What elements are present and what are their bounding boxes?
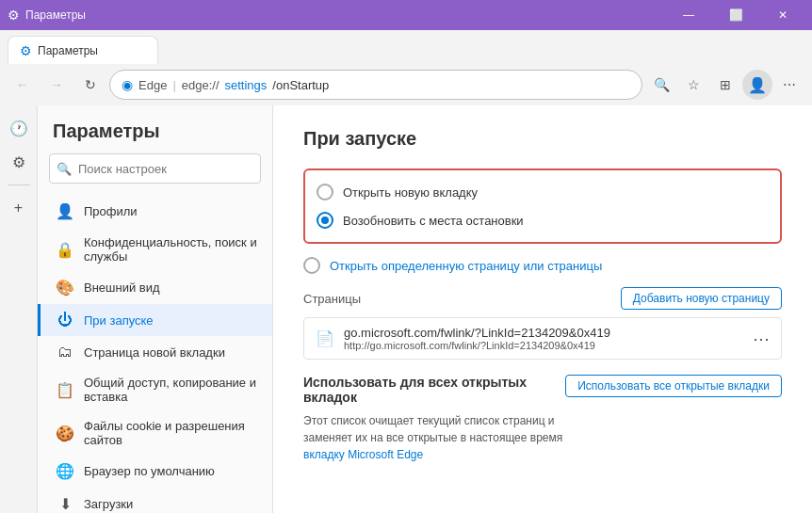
sidebar-strip: 🕐 ⚙ + (0, 105, 38, 513)
address-bar: ← → ↻ ◉ Edge | edge://settings/onStartup… (0, 64, 812, 105)
use-tabs-desc-line2: заменяет их на все открытые в настоящее … (303, 431, 562, 444)
pages-label: Страницы (303, 292, 361, 306)
default-browser-icon: 🌐 (56, 462, 74, 480)
appearance-icon: 🎨 (56, 279, 74, 297)
forward-button[interactable]: → (41, 70, 72, 100)
titlebar-controls: — ⬜ ✕ (667, 0, 804, 30)
sidebar-item-label: При запуске (84, 313, 154, 328)
address-field[interactable]: ◉ Edge | edge://settings/onStartup (109, 70, 642, 100)
sidebar-item-profiles[interactable]: 👤 Профили (38, 195, 272, 228)
sidebar-item-startup[interactable]: ⏻ При запуске (38, 304, 272, 336)
protocol-text: edge:// (182, 78, 219, 92)
history-strip-button[interactable]: 🕐 (4, 113, 34, 143)
radio-option-specific-page[interactable]: Открыть определенную страницу или страни… (303, 251, 782, 280)
titlebar-icon: ⚙ (8, 8, 20, 23)
radio-label-new-tab: Открыть новую вкладку (343, 185, 478, 200)
left-panel: 🕐 ⚙ + Параметры 🔍 👤 Профили 🔒 Конфиденци… (0, 105, 273, 513)
page-name: go.microsoft.com/fwlink/?LinkId=2134209&… (344, 326, 743, 340)
use-tabs-desc-link[interactable]: вкладку Microsoft Edge (303, 448, 423, 461)
search-input[interactable] (49, 153, 261, 184)
startup-icon: ⏻ (56, 312, 74, 329)
settings-sidebar: Параметры 🔍 👤 Профили 🔒 Конфиденциальнос… (38, 105, 273, 513)
sidebar-item-downloads[interactable]: ⬇ Загрузки (38, 488, 272, 513)
radio-group-boxed: Открыть новую вкладку Возобновить с мест… (303, 168, 782, 244)
page-item: 📄 go.microsoft.com/fwlink/?LinkId=213420… (303, 317, 782, 360)
sidebar-item-label: Браузер по умолчанию (84, 464, 215, 478)
search-button[interactable]: 🔍 (646, 70, 676, 100)
search-icon: 🔍 (57, 162, 72, 176)
radio-option-resume[interactable]: Возобновить с места остановки (317, 206, 769, 234)
sidebar-item-label: Конфиденциальность, поиск и службы (84, 235, 257, 264)
path-suffix: /onStartup (272, 78, 329, 92)
titlebar-title: Параметры (25, 8, 86, 22)
profiles-icon: 👤 (56, 202, 74, 220)
cookies-icon: 🍪 (56, 425, 74, 442)
sidebar-item-label: Файлы cookie и разрешения сайтов (84, 419, 257, 447)
sidebar-item-new-tab[interactable]: 🗂 Страница новой вкладки (38, 336, 272, 368)
settings-strip-button[interactable]: ⚙ (4, 147, 34, 177)
sidebar-item-privacy[interactable]: 🔒 Конфиденциальность, поиск и службы (38, 228, 272, 271)
share-icon: 📋 (56, 381, 74, 399)
downloads-icon: ⬇ (56, 495, 74, 513)
privacy-icon: 🔒 (56, 241, 74, 259)
minimize-button[interactable]: — (667, 0, 710, 30)
section-title: При запуске (303, 128, 782, 150)
back-button[interactable]: ← (8, 70, 38, 100)
use-tabs-section: Использовать для всех открытых вкладок И… (303, 375, 782, 463)
radio-btn-new-tab[interactable] (317, 184, 333, 200)
sidebar-item-label: Страница новой вкладки (84, 345, 225, 360)
add-page-button[interactable]: Добавить новую страницу (621, 287, 782, 310)
content-area: 🕐 ⚙ + Параметры 🔍 👤 Профили 🔒 Конфиденци… (0, 105, 812, 513)
pages-section: Страницы Добавить новую страницу 📄 go.mi… (303, 287, 782, 360)
radio-btn-specific-page[interactable] (303, 257, 320, 274)
address-divider: | (172, 78, 175, 92)
page-url: http://go.microsoft.com/fwlink/?LinkId=2… (344, 340, 743, 351)
more-options-button[interactable]: ⋯ (774, 70, 804, 100)
settings-tab[interactable]: ⚙ Параметры (8, 36, 158, 64)
add-strip-button[interactable]: + (4, 193, 34, 223)
sidebar-item-share[interactable]: 📋 Общий доступ, копирование и вставка (38, 368, 272, 411)
tab-icon: ⚙ (20, 43, 32, 58)
favorites-star-button[interactable]: ☆ (678, 70, 708, 100)
radio-label-specific-page: Открыть определенную страницу или страни… (330, 259, 602, 273)
use-tabs-description: Этот список очищает текущий список стран… (303, 412, 782, 463)
use-tabs-desc-line1: Этот список очищает текущий список стран… (303, 414, 555, 427)
radio-label-resume: Возобновить с места остановки (343, 214, 524, 228)
browser-logo-icon: ◉ (122, 77, 133, 92)
sidebar-item-label: Профили (84, 204, 138, 218)
tab-label: Параметры (38, 44, 98, 57)
sidebar-item-label: Общий доступ, копирование и вставка (84, 376, 257, 404)
use-tabs-title: Использовать для всех открытых вкладок (303, 375, 550, 405)
profile-button[interactable]: 👤 (742, 70, 772, 100)
page-more-button[interactable]: ⋯ (753, 329, 770, 349)
settings-sidebar-title: Параметры (38, 120, 272, 153)
collections-button[interactable]: ⊞ (710, 70, 740, 100)
pages-header: Страницы Добавить новую страницу (303, 287, 782, 310)
radio-btn-resume[interactable] (317, 212, 333, 229)
use-tabs-button[interactable]: Использовать все открытые вкладки (565, 375, 782, 397)
toolbar-icons: 🔍 ☆ ⊞ 👤 ⋯ (646, 70, 804, 100)
titlebar: ⚙ Параметры — ⬜ ✕ (0, 0, 812, 30)
page-info: go.microsoft.com/fwlink/?LinkId=2134209&… (344, 326, 743, 351)
search-box: 🔍 (49, 153, 261, 184)
use-tabs-header: Использовать для всех открытых вкладок И… (303, 375, 782, 405)
page-file-icon: 📄 (316, 329, 334, 347)
close-button[interactable]: ✕ (761, 0, 804, 30)
sidebar-item-appearance[interactable]: 🎨 Внешний вид (38, 271, 272, 304)
titlebar-left: ⚙ Параметры (8, 8, 86, 23)
sidebar-item-default-browser[interactable]: 🌐 Браузер по умолчанию (38, 455, 272, 488)
sidebar-item-label: Загрузки (84, 497, 133, 511)
radio-option-new-tab[interactable]: Открыть новую вкладку (317, 178, 769, 206)
sidebar-item-label: Внешний вид (84, 281, 160, 295)
use-tabs-info: Использовать для всех открытых вкладок (303, 375, 550, 405)
maximize-button[interactable]: ⬜ (714, 0, 757, 30)
refresh-button[interactable]: ↻ (75, 70, 106, 100)
strip-separator (8, 184, 30, 185)
new-tab-icon: 🗂 (56, 344, 74, 361)
tab-bar: ⚙ Параметры (0, 30, 812, 64)
settings-main: При запуске Открыть новую вкладку Возобн… (273, 105, 812, 513)
site-name: Edge (138, 78, 167, 92)
settings-path: settings (225, 78, 268, 92)
sidebar-item-cookies[interactable]: 🍪 Файлы cookie и разрешения сайтов (38, 411, 272, 455)
